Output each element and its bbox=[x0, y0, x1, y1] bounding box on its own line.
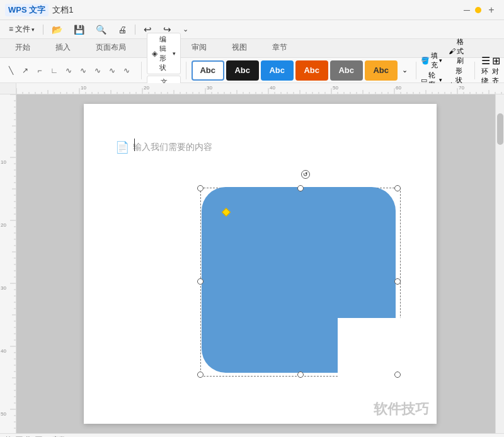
new-tab-button[interactable]: + bbox=[484, 3, 499, 18]
main-content: 10203040506070 1020304050 📄 输入我们需要的内容 bbox=[0, 83, 504, 433]
svg-text:20: 20 bbox=[144, 85, 149, 91]
svg-text:30: 30 bbox=[207, 85, 212, 91]
quick-search[interactable]: 🔍 bbox=[91, 23, 112, 37]
shape-style-yellow-label: Abc bbox=[373, 65, 389, 75]
shape-wrapper[interactable]: ↺ bbox=[200, 176, 402, 372]
doc-page[interactable]: 📄 输入我们需要的内容 bbox=[84, 104, 437, 424]
menu-bar: ≡ 文件 ▾ 📂 💾 🔍 🖨 ↩ ↪ ⌄ bbox=[0, 20, 504, 39]
align-button[interactable]: ⊞ 对齐 bbox=[492, 55, 500, 86]
doc-area: 📄 输入我们需要的内容 bbox=[16, 94, 504, 433]
format-brush-label: 格式刷 bbox=[457, 37, 468, 65]
svg-text:20: 20 bbox=[1, 222, 6, 228]
toolbar-divider-1 bbox=[141, 62, 142, 79]
ruler-horizontal: 10203040506070 bbox=[16, 83, 504, 94]
edit-shape-button[interactable]: ◈ 编辑形状 ▾ bbox=[147, 33, 181, 74]
status-bar: 第1页 共1页 字数:0 bbox=[0, 433, 504, 437]
shape-style-orange[interactable]: Abc bbox=[295, 60, 328, 81]
draw-tool-curve1[interactable]: ∿ bbox=[62, 64, 76, 77]
chevron-down-icon-2: ▾ bbox=[173, 50, 176, 57]
wrap-button[interactable]: ☰ 环绕 bbox=[481, 55, 490, 86]
draw-tool-freeform[interactable]: ∿ bbox=[120, 64, 134, 77]
svg-rect-154 bbox=[338, 318, 402, 381]
draw-tool-line[interactable]: ╲ bbox=[4, 64, 18, 77]
svg-text:70: 70 bbox=[459, 85, 464, 91]
tab-view[interactable]: 视图 bbox=[219, 39, 260, 57]
format-brush-button[interactable]: 🖌 格式刷 bbox=[449, 37, 468, 65]
draw-tools-group: ╲ ↗ ⌐ ∟ ∿ ∿ ∿ ∿ ∿ bbox=[4, 64, 134, 77]
shape-style-yellow[interactable]: Abc bbox=[365, 60, 398, 81]
edit-shape-label: 编辑形状 bbox=[159, 35, 171, 72]
shape-svg bbox=[200, 186, 402, 381]
handle-bottom-left[interactable] bbox=[197, 372, 203, 378]
quick-open[interactable]: 📂 bbox=[47, 23, 67, 37]
toolbar-divider-4 bbox=[474, 62, 475, 79]
quick-save[interactable]: 💾 bbox=[69, 23, 89, 37]
scrollbar-thumb[interactable] bbox=[497, 113, 503, 145]
draw-tool-corner[interactable]: ∟ bbox=[47, 64, 61, 77]
menu-separator-2 bbox=[135, 25, 135, 35]
svg-text:60: 60 bbox=[396, 85, 401, 91]
handle-top-left[interactable] bbox=[197, 185, 203, 191]
quick-print[interactable]: 🖨 bbox=[113, 23, 132, 37]
shape-style-black[interactable]: Abc bbox=[226, 60, 259, 81]
doc-title: 文档1 bbox=[52, 4, 73, 16]
handle-top-center[interactable] bbox=[297, 185, 304, 191]
toolbar-divider-3 bbox=[416, 62, 416, 79]
svg-text:40: 40 bbox=[1, 348, 6, 354]
wrap-icon: ☰ bbox=[481, 55, 490, 67]
title-bar-left: WPS 文字 文档1 bbox=[5, 4, 73, 16]
handle-rotate[interactable]: ↺ bbox=[301, 170, 310, 179]
tab-start[interactable]: 开始 bbox=[3, 39, 43, 57]
handle-top-right[interactable] bbox=[394, 185, 401, 191]
shape-style-white-label: Abc bbox=[200, 65, 215, 75]
menu-file-label: ≡ 文件 bbox=[9, 24, 30, 35]
draw-tool-curve4[interactable]: ∿ bbox=[105, 64, 119, 77]
window-minimize-button[interactable]: ─ bbox=[461, 5, 472, 15]
shape-style-gray[interactable]: Abc bbox=[330, 60, 363, 81]
svg-text:30: 30 bbox=[1, 285, 6, 291]
svg-text:10: 10 bbox=[81, 85, 86, 91]
wps-logo: WPS 文字 bbox=[5, 4, 49, 16]
shape-styles-group: Abc Abc Abc Abc Abc Abc ⌄ bbox=[192, 60, 411, 81]
chevron-outline: ▾ bbox=[439, 77, 442, 83]
scrollbar-vertical[interactable] bbox=[495, 94, 504, 433]
wrap-align-section: ☰ 环绕 ⊞ 对齐 bbox=[481, 55, 500, 86]
shape-style-blue-label: Abc bbox=[269, 65, 285, 75]
draw-tool-arrow[interactable]: ↗ bbox=[18, 64, 32, 77]
shape-styles-more[interactable]: ⌄ bbox=[399, 62, 411, 79]
shape-style-white[interactable]: Abc bbox=[192, 60, 224, 81]
tab-review[interactable]: 审阅 bbox=[179, 39, 219, 57]
shape-style-black-label: Abc bbox=[234, 65, 250, 75]
shape-style-orange-label: Abc bbox=[304, 65, 319, 75]
menu-separator-1 bbox=[43, 25, 43, 35]
shape-style-blue[interactable]: Abc bbox=[261, 60, 294, 81]
tab-chapter[interactable]: 章节 bbox=[260, 39, 300, 57]
shape-toolbar: ╲ ↗ ⌐ ∟ ∿ ∿ ∿ ∿ ∿ ◈ 编辑形状 ▾ ▭ 文本框 ▾ Abc A… bbox=[0, 58, 504, 83]
handle-bottom-right[interactable] bbox=[394, 372, 401, 378]
handle-mid-left[interactable] bbox=[197, 278, 203, 285]
text-prompt: 输入我们需要的内容 bbox=[133, 142, 212, 153]
format-brush-icon: 🖌 bbox=[449, 47, 455, 55]
doc-icon: 📄 bbox=[115, 140, 129, 154]
handle-mid-right[interactable] bbox=[394, 278, 401, 285]
text-prompt-area: 📄 输入我们需要的内容 bbox=[115, 140, 212, 154]
draw-tool-curve3[interactable]: ∿ bbox=[91, 64, 105, 77]
content-row: 1020304050 📄 输入我们需要的内容 bbox=[0, 94, 504, 433]
chevron-fill: ▾ bbox=[439, 57, 442, 64]
menu-file[interactable]: ≡ 文件 ▾ bbox=[4, 22, 40, 37]
toolbar-divider-2 bbox=[186, 62, 186, 79]
svg-text:10: 10 bbox=[1, 159, 6, 165]
ruler-v-svg: 1020304050 bbox=[0, 94, 16, 433]
window-dot bbox=[475, 7, 481, 13]
svg-text:50: 50 bbox=[333, 85, 338, 91]
tab-insert[interactable]: 插入 bbox=[43, 39, 83, 57]
draw-tool-curve2[interactable]: ∿ bbox=[76, 64, 90, 77]
ruler-h-svg: 10203040506070 bbox=[16, 83, 504, 94]
fill-button[interactable]: 🪣 填充 ▾ bbox=[421, 51, 442, 70]
title-bar-controls: ─ + bbox=[461, 3, 499, 18]
draw-tool-angle[interactable]: ⌐ bbox=[33, 64, 47, 77]
chevron-down-icon: ▾ bbox=[32, 26, 35, 33]
shape-style-gray-label: Abc bbox=[338, 65, 354, 75]
tab-page-layout[interactable]: 页面布局 bbox=[83, 39, 139, 57]
handle-bottom-center[interactable] bbox=[297, 372, 304, 378]
